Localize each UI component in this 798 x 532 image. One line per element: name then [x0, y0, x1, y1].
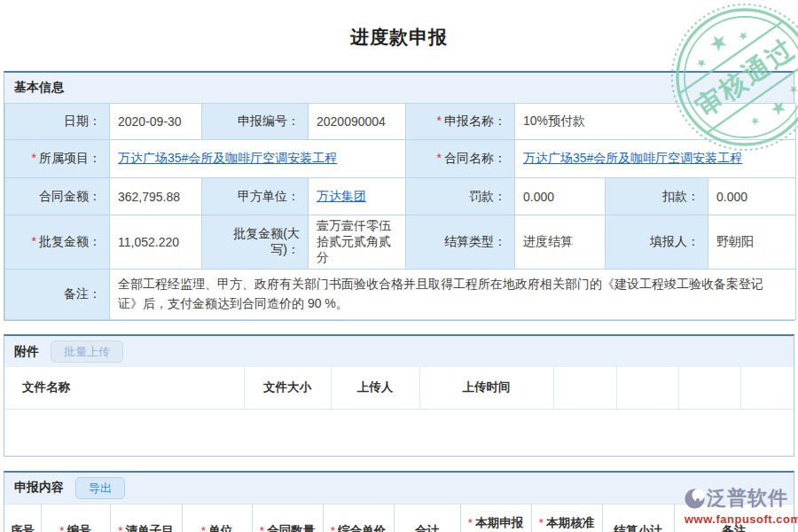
required-asterisk: *: [437, 151, 442, 165]
decl-col-unit-price: *综合单价: [323, 504, 394, 532]
field-value-project: 万达广场35#会所及咖啡厅空调安装工程: [110, 140, 406, 178]
field-label-approved-amount-caps: 批复金额(大写)：: [202, 215, 309, 270]
party-a-link[interactable]: 万达集团: [317, 189, 366, 203]
attachments-panel: 附件 批量上传 文件名称 文件大小 上传人 上传时间: [4, 334, 794, 457]
required-asterisk: *: [260, 524, 264, 532]
decl-col-number: *编号: [41, 504, 110, 532]
attach-col-file-size: 文件大小: [244, 367, 331, 409]
stamp-star-icon: ★: [693, 54, 709, 71]
decl-col-settle-subtotal: 结算小计: [602, 504, 674, 532]
decl-col-contract-qty: *合同数量: [252, 504, 323, 532]
required-asterisk: *: [437, 113, 442, 128]
export-button[interactable]: 导出: [75, 477, 125, 499]
decl-col-period-declared: *本期申报量: [460, 504, 531, 532]
field-label-remark: 备注：: [5, 270, 110, 320]
field-label-deduction: 扣款：: [606, 178, 708, 215]
attachments-section-title: 附件: [14, 344, 39, 360]
declaration-table: 序号 *编号 *清单子目 *单位 *合同数量 *综合单价 合计 *本期申报量 *…: [4, 504, 794, 532]
basic-info-panel: 基本信息 日期： 2020-09-30 申报编号： 2020090004 *申报…: [4, 71, 794, 321]
field-value-filler: 野朝阳: [708, 215, 796, 270]
field-value-approved-amount: 11,052.220: [110, 215, 202, 270]
field-label-decl-no: 申报编号：: [202, 104, 309, 140]
decl-col-remark: 备注: [674, 504, 794, 532]
attach-col-upload-time: 上传时间: [419, 367, 553, 409]
batch-upload-button[interactable]: 批量上传: [51, 340, 123, 363]
required-asterisk: *: [59, 524, 64, 532]
declaration-panel: 申报内容 导出 序号 *编号 *清单子目 *单位 *合同数量 *综合单价 合计 …: [4, 471, 794, 532]
project-link[interactable]: 万达广场35#会所及咖啡厅空调安装工程: [118, 151, 337, 165]
decl-col-unit: *单位: [182, 504, 252, 532]
declaration-section-title: 申报内容: [14, 480, 64, 496]
decl-col-list-item: *清单子目: [110, 504, 182, 532]
required-asterisk: *: [539, 516, 544, 529]
field-value-deduction: 0.000: [708, 178, 796, 215]
contract-name-link[interactable]: 万达广场35#会所及咖啡厅空调安装工程: [523, 151, 742, 165]
field-value-settlement-type: 进度结算: [515, 215, 606, 270]
field-value-decl-no: 2020090004: [309, 104, 406, 140]
page-title: 进度款申报: [0, 25, 798, 50]
required-asterisk: *: [331, 524, 335, 532]
field-value-contract-name: 万达广场35#会所及咖啡厅空调安装工程: [515, 140, 796, 178]
attachments-table: 文件名称 文件大小 上传人 上传时间: [4, 367, 794, 410]
field-value-approved-amount-caps: 壹万壹仟零伍拾贰元贰角贰分: [309, 215, 406, 270]
basic-info-section-title: 基本信息: [4, 73, 794, 103]
required-asterisk: *: [468, 516, 473, 529]
attach-col-empty: [553, 367, 616, 409]
decl-col-total: 合计: [394, 504, 460, 532]
attach-col-uploader: 上传人: [331, 367, 419, 409]
field-label-party-a: 甲方单位：: [202, 178, 309, 215]
field-value-date: 2020-09-30: [110, 104, 202, 140]
field-label-settlement-type: 结算类型：: [406, 215, 515, 270]
field-label-contract-amount: 合同金额：: [5, 178, 110, 215]
field-value-party-a: 万达集团: [309, 178, 406, 215]
required-asterisk: *: [32, 234, 36, 248]
decl-col-seq: 序号: [4, 504, 41, 532]
attach-col-empty: [616, 367, 678, 409]
required-asterisk: *: [201, 524, 206, 532]
attach-col-file-name: 文件名称: [4, 367, 244, 409]
decl-col-period-approved: *本期核准量: [531, 504, 602, 532]
field-value-contract-amount: 362,795.88: [110, 178, 202, 215]
field-label-approved-amount: *批复金额：: [5, 215, 110, 270]
attachments-empty-area: [4, 410, 794, 456]
field-label-project: *所属项目：: [5, 140, 110, 178]
field-label-filler: 填报人：: [606, 215, 708, 270]
required-asterisk: *: [32, 151, 36, 165]
required-asterisk: *: [118, 524, 122, 532]
field-label-decl-name: *申报名称：: [406, 104, 515, 140]
field-value-remark: 全部工程经监理、甲方、政府有关部门书面验收合格并且取得工程所在地政府相关部门的《…: [110, 270, 796, 320]
field-value-decl-name: 10%预付款: [515, 104, 796, 140]
field-label-penalty: 罚款：: [406, 178, 515, 215]
field-value-penalty: 0.000: [515, 178, 606, 215]
attach-col-empty: [678, 367, 740, 409]
attach-col-empty: [740, 367, 794, 409]
field-label-date: 日期：: [5, 104, 110, 140]
basic-info-table: 日期： 2020-09-30 申报编号： 2020090004 *申报名称： 1…: [4, 103, 796, 320]
field-label-contract-name: *合同名称：: [406, 140, 515, 178]
